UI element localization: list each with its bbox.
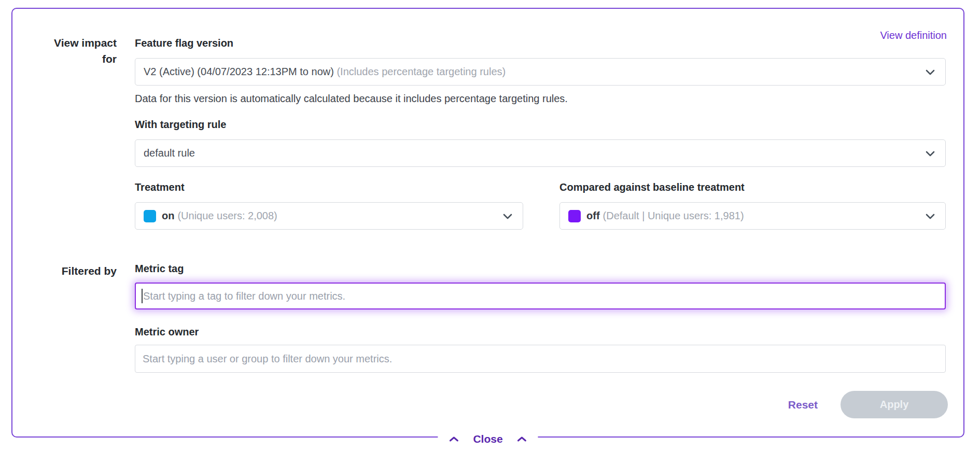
close-label: Close xyxy=(473,433,502,445)
metric-owner-field-wrap xyxy=(135,345,946,373)
chevron-up-icon xyxy=(516,435,528,443)
treatment-color-swatch xyxy=(144,210,156,222)
metric-tag-input[interactable] xyxy=(135,283,946,309)
metric-owner-input[interactable] xyxy=(135,345,946,373)
chevron-down-icon xyxy=(923,147,937,160)
treatment-hint: (Unique users: 2,008) xyxy=(177,210,277,222)
baseline-value: off xyxy=(586,210,600,222)
metric-tag-label: Metric tag xyxy=(135,263,184,275)
chevron-down-icon xyxy=(923,65,937,79)
treatment-value: on xyxy=(162,210,174,222)
targeting-rule-value: default rule xyxy=(144,147,195,159)
feature-flag-version-hint: (Includes percentage targeting rules) xyxy=(337,66,506,78)
reset-button[interactable]: Reset xyxy=(788,399,818,411)
baseline-hint: (Default | Unique users: 1,981) xyxy=(603,210,744,222)
view-definition-link[interactable]: View definition xyxy=(880,30,947,41)
feature-flag-version-select[interactable]: V2 (Active) (04/07/2023 12:13PM to now) … xyxy=(135,58,946,86)
baseline-treatment-label: Compared against baseline treatment xyxy=(559,181,745,193)
section-label-line2: for xyxy=(33,51,117,67)
section-label-line1: View impact xyxy=(33,35,117,51)
chevron-up-icon xyxy=(448,435,459,443)
metric-owner-label: Metric owner xyxy=(135,326,199,338)
text-cursor xyxy=(142,289,143,303)
section-label-filtered-by: Filtered by xyxy=(33,263,117,279)
targeting-rule-label: With targeting rule xyxy=(135,119,226,131)
targeting-rule-select[interactable]: default rule xyxy=(135,139,946,167)
feature-flag-version-helper-text: Data for this version is automatically c… xyxy=(135,93,568,105)
metric-tag-field-wrap xyxy=(135,283,946,309)
feature-flag-version-label: Feature flag version xyxy=(135,37,233,49)
footer-actions: Reset Apply xyxy=(788,391,948,418)
treatment-select[interactable]: on (Unique users: 2,008) xyxy=(135,202,523,230)
feature-flag-version-value: V2 (Active) (04/07/2023 12:13PM to now) xyxy=(144,66,337,78)
baseline-treatment-select[interactable]: off (Default | Unique users: 1,981) xyxy=(559,202,946,230)
section-label-view-impact-for: View impact for xyxy=(33,35,117,67)
impact-filter-panel: View definition View impact for Feature … xyxy=(11,8,964,438)
chevron-down-icon xyxy=(501,209,514,223)
chevron-down-icon xyxy=(923,209,937,223)
close-panel-control[interactable]: Close xyxy=(438,433,538,445)
treatment-label: Treatment xyxy=(135,181,185,193)
baseline-color-swatch xyxy=(568,210,581,222)
apply-button[interactable]: Apply xyxy=(841,391,948,418)
